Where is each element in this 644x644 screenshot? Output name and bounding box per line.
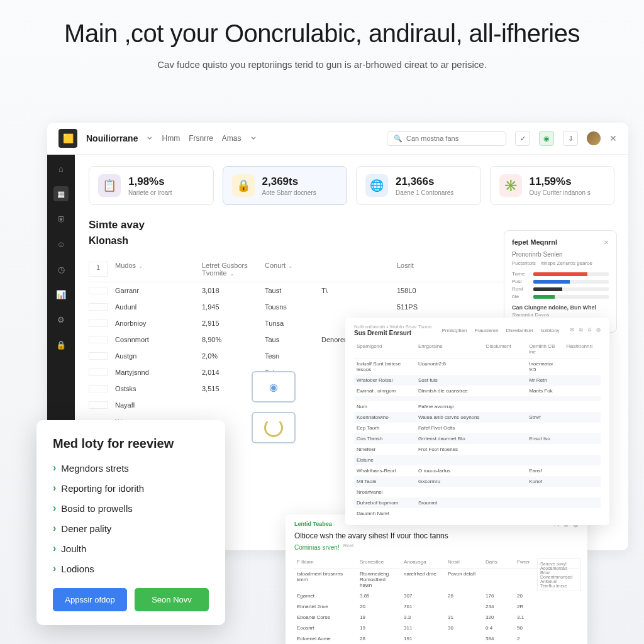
download-button[interactable]: ⇩ [563,131,578,146]
sidebar-grid-icon[interactable]: ▦ [53,186,69,201]
brand-chevron-icon[interactable] [147,135,153,142]
detail-tab-2[interactable]: Dheetantset [506,328,533,333]
detail-tab-1[interactable]: Frauslame [474,328,498,333]
detail-row[interactable]: KoennatowlnoWalea anib csrvns oeynonsStn… [354,412,601,423]
detail-row[interactable]: Elstune [354,455,601,465]
chevron-right-icon: › [53,462,56,474]
add-button[interactable]: ◉ [539,131,554,146]
lower-row[interactable]: Eboanel Corse183.3313203.1 [294,612,579,623]
close-icon[interactable]: ✕ [609,133,617,143]
stat-card-3[interactable]: ✳️ 11,59%s Ouy Curiter indanon s [490,166,615,205]
col-header-1[interactable]: Letret Gusbors Tvornite⌄ [202,262,265,277]
stat-card-1[interactable]: 🔒 2,369ts Aote Sbarr docners [223,166,348,205]
hero-subtitle: Cav fudce quisto you reptoriings terid t… [38,59,606,70]
feature-item[interactable]: ›Lodions [53,563,209,574]
lower-sub-tag: Rcet [343,543,353,548]
stat-label: Ouy Curiter indanon s [530,189,591,196]
detail-row[interactable]: Mil TaoleGxcormruKonof [354,476,601,487]
detail-row[interactable]: NomPafere avonruyr [354,401,601,412]
lower-header: F Ihlam Sronestlee Anoavsga Nosrl Daris … [294,556,579,569]
stat-label: Aote Sbarr docners [262,189,316,196]
col-header-2[interactable]: Conurt⌄ [265,262,321,277]
feature-item-label: Megndors strets [61,463,129,474]
chevron-right-icon: › [53,563,56,574]
brand-name: Nouiliorrane [86,133,138,143]
lower-row[interactable]: Egarnet3.853072817620 [294,591,579,601]
feature-item[interactable]: ›Dener pality [53,523,209,534]
detail-row[interactable] [354,396,601,401]
section-title: Simte avay [89,219,614,231]
bar-row: Rord [512,286,609,292]
sidebar-clock-icon[interactable]: ◷ [53,262,69,277]
detail-row[interactable]: Daumnh Nuref [354,508,601,519]
bar-row: Tume [512,271,609,277]
stat-value: 21,366s [396,175,453,188]
nav-link-2[interactable]: Amas [222,134,242,143]
stat-value: 1,98%s [128,175,172,188]
lower-row[interactable]: Ectoenel Aome281913842 [294,633,579,644]
search-input[interactable] [406,135,499,142]
panel-close-icon[interactable]: ✕ [604,239,609,246]
panel-foot-1: Can Ciungne ndoine, Bun Whel [512,304,609,311]
detail-pane: Nulhonihanab • Wubln Shov Tsoon Sus Drem… [345,318,609,525]
sidebar-shield-icon[interactable]: ⛨ [53,211,69,226]
nav-chevron-icon[interactable] [250,135,257,142]
nav-link-1[interactable]: Frsnrre [189,134,213,143]
feature-title: Med loty for reeview [53,436,209,451]
sidebar-gear-icon[interactable]: ⚙ [53,312,69,327]
bar-row: Pusi [512,279,609,284]
panel-tab-0[interactable]: Puctsritors [512,260,536,266]
lower-row[interactable]: Eoosnrt19311300:450 [294,623,579,633]
panel-sub: Pronorinrb Senlen [512,251,609,258]
stat-card-2[interactable]: 🌐 21,366s Daene 1 Contonares [356,166,481,205]
detail-row[interactable]: Whalrthans-ReorlO ruuuo-lartusEansf [354,465,601,476]
col-header-3[interactable]: Losrit [397,262,460,277]
sidebar-chart-icon[interactable]: 📊 [53,287,69,302]
detail-tab-3[interactable]: bolbtony [540,328,559,333]
col-header-0[interactable]: Mudos⌄ [108,262,202,277]
secondary-button[interactable]: Seon Novv [135,588,209,611]
detail-row[interactable]: Duhrebof bopmomSrounmt [354,497,601,508]
lower-side-item: Tenrfho lmrse [540,584,578,588]
logo-icon: 🟨 [58,129,77,148]
detail-row[interactable]: NinefeerFrot Foot htoenes [354,444,601,455]
panel-tab-1[interactable]: Itinspe Zehurds gearoe [541,260,592,266]
detail-mail-icon[interactable]: ✉ [570,327,574,333]
stat-card-0[interactable]: 📋 1,98%s Nariete or lroart [89,166,214,205]
detail-copy-icon[interactable]: ⧉ [579,327,583,333]
sidebar-face-icon[interactable]: ☺ [53,236,69,252]
detail-breadcrumb: Nulhonihanab • Wubln Shov Tsoon [354,324,431,330]
lower-tab[interactable]: Lentid Teabea [294,521,332,528]
check-button[interactable]: ✓ [515,131,530,146]
detail-row[interactable]: Oos TtanshGrrtenst daormet BtoEnsot Iso [354,433,601,444]
detail-user-icon[interactable]: ◍ [596,327,601,333]
chevron-right-icon: › [53,502,56,514]
avatar[interactable] [587,131,601,145]
feature-item[interactable]: ›Megndors strets [53,462,209,474]
sidebar-home-icon[interactable]: ⌂ [53,161,69,176]
detail-print-icon[interactable]: ⎙ [588,327,591,333]
detail-row[interactable]: Indualf Sunt bnitcse lesoosUounontr2:8In… [354,358,601,375]
sidebar-lock-icon[interactable]: 🔒 [53,337,69,352]
detail-tab-0[interactable]: Prmistptian [441,328,467,333]
panel-title: fepet Meqnrnl [512,238,557,246]
primary-button[interactable]: Appssir ofdop [53,588,127,611]
search-icon: 🔍 [394,135,402,143]
feature-item[interactable]: ›Joulth [53,543,209,554]
search-box[interactable]: 🔍 [387,131,506,146]
stat-value: 11,59%s [530,175,591,188]
detail-row[interactable]: Eep TaorhFafef Fivot Oclts [354,423,601,433]
detail-row[interactable]: Nroarfvanel [354,487,601,497]
detail-row[interactable]: Ewnnat . oinrgomDinmish dle cuanstrceMan… [354,386,601,396]
feature-item[interactable]: ›Bosid to prowells [53,502,209,514]
detail-row[interactable]: Wratober RoisalSost fulsMr Retn [354,375,601,386]
lower-row[interactable]: Ebnartet 2nve207612342R [294,601,579,612]
col-idx: 1 [89,262,108,277]
nav-link-0[interactable]: Hmm [162,134,180,143]
feature-item[interactable]: ›Reporting for idorith [53,482,209,494]
bar-row: 6te [512,294,609,299]
lower-row[interactable]: Istoadment brosnrns kmmRtonrnedeng Romos… [294,569,579,591]
chevron-right-icon: › [53,523,56,534]
detail-title: Sus Dremit Enrsurt [354,330,431,336]
lower-pane: Lentid Teabea ⇱ ⎙ ◍ Oltioce wsh the avar… [286,514,587,644]
